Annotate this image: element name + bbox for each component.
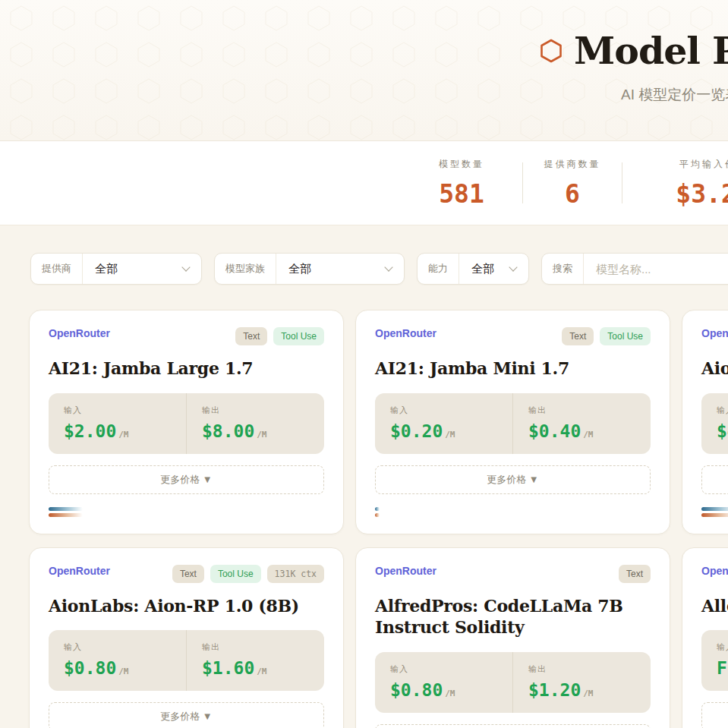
filter-bar: 提供商全部模型家族全部能力全部搜索 (0, 225, 728, 285)
chevron-down-icon (181, 263, 190, 271)
card-header: OpenRouter TextTool Use131K ctx (49, 565, 324, 583)
input-price-value: $0.80 (64, 658, 116, 678)
input-price-value: $0.20 (390, 421, 443, 441)
filter-label: 能力 (418, 262, 459, 276)
capability-badge: Text (619, 565, 651, 583)
provider-link[interactable]: OpenRouter (701, 565, 728, 577)
input-price-cell: 输入 $0.80 /M (375, 652, 512, 713)
usage-bars (375, 507, 651, 517)
more-prices-button[interactable]: 更多价格 ▼ (701, 465, 728, 494)
chevron-down-icon (384, 263, 392, 271)
input-price-unit: /M (445, 689, 455, 698)
badge-group: Text (619, 565, 651, 583)
capability-badge: 131K ctx (267, 565, 324, 583)
more-prices-button[interactable]: 更多价格 ▼ (49, 465, 324, 494)
output-price-cell: 输出 $1.60 /M (186, 630, 324, 691)
model-card: OpenRouter TextTool Use AionLabs: Aion-1… (682, 310, 728, 534)
model-name: AI21: Jamba Mini 1.7 (375, 358, 651, 380)
stat-item: 模型数量 581 (416, 158, 507, 209)
capability-filter[interactable]: 能力全部 (417, 253, 529, 285)
search-filter[interactable]: 搜索 (541, 253, 728, 285)
usage-bars (49, 507, 324, 517)
stat-value: $3.25 (676, 179, 728, 209)
cards-grid: OpenRouter TextTool Use AI21: Jamba Larg… (0, 310, 728, 728)
stat-item: 提供商数量 6 (538, 158, 607, 209)
filter-label: 搜索 (542, 262, 583, 276)
output-price-value: $1.20 (528, 680, 581, 700)
input-price-cell: 输入 $0.20 /M (375, 393, 512, 454)
page-background: { "theme": { "accent_orange": "#ca5a29",… (0, 0, 728, 728)
output-price-label: 输出 (528, 405, 635, 416)
price-box: 输入 Free 输出 Free (701, 630, 728, 691)
capability-badge: Text (235, 327, 267, 345)
more-prices-button[interactable]: 更多价格 ▼ (375, 465, 651, 494)
stat-divider (622, 162, 622, 203)
usage-bar-blue (49, 507, 83, 511)
input-price-label: 输入 (64, 405, 171, 416)
card-header: OpenRouter TextTool Use (49, 327, 324, 345)
model-name: AllenAI: Olmo 2 32B Instruct (701, 595, 728, 617)
usage-bar-orange (49, 513, 83, 517)
more-prices-button[interactable]: 更多价格 ▼ (49, 702, 324, 728)
input-price-value: $4.00 (717, 421, 728, 441)
price-box: 输入 $0.80 /M 输出 $1.60 /M (49, 630, 324, 691)
provider-link[interactable]: OpenRouter (701, 327, 728, 339)
usage-bar-blue (375, 507, 380, 511)
filter-selected-value: 全部 (276, 262, 383, 276)
capability-badge: Tool Use (600, 327, 651, 345)
stat-label: 平均输入价格 (679, 158, 728, 171)
provider-filter[interactable]: 提供商全部 (30, 253, 202, 285)
stat-item: 平均输入价格 $3.25 (638, 158, 728, 209)
chevron-down-icon (509, 263, 517, 271)
output-price-value: $8.00 (202, 421, 254, 441)
model-name: AI21: Jamba Large 1.7 (49, 358, 324, 380)
family-filter[interactable]: 模型家族全部 (214, 253, 405, 285)
input-price-label: 输入 (717, 641, 728, 653)
input-price-unit: /M (445, 430, 455, 440)
filter-label: 模型家族 (215, 262, 276, 276)
output-price-cell: 输出 $8.00 /M (186, 393, 324, 454)
usage-bar-blue (701, 507, 728, 511)
input-price-label: 输入 (64, 641, 171, 653)
output-price-label: 输出 (202, 405, 309, 416)
capability-badge: Text (172, 565, 204, 583)
stat-value: 6 (565, 179, 580, 209)
model-card: OpenRouter Text AlfredPros: CodeLLaMa 7B… (355, 547, 670, 728)
provider-link[interactable]: OpenRouter (375, 565, 436, 577)
badge-group: TextTool Use131K ctx (172, 565, 324, 583)
provider-link[interactable]: OpenRouter (49, 327, 110, 339)
filter-selected-value: 全部 (459, 262, 507, 276)
more-prices-button[interactable]: 更多价格 ▼ (375, 724, 651, 728)
usage-bars (701, 507, 728, 517)
input-price-unit: /M (118, 430, 128, 440)
input-price-value: $2.00 (64, 421, 116, 441)
stat-value: 581 (439, 179, 484, 209)
price-box: 输入 $2.00 /M 输出 $8.00 /M (49, 393, 324, 454)
provider-link[interactable]: OpenRouter (375, 327, 436, 339)
hero-section: Model Pricing AI 模型定价一览表 (0, 0, 728, 141)
output-price-cell: 输出 $1.20 /M (512, 652, 651, 713)
stats-row: 模型数量 581 提供商数量 6 平均输入价格 $3.25 (416, 141, 728, 225)
output-price-unit: /M (583, 689, 593, 698)
filter-label: 提供商 (31, 262, 82, 276)
card-header: OpenRouter TextTool Use (701, 327, 728, 345)
card-header: OpenRouter Text (375, 565, 651, 583)
more-prices-button[interactable]: 更多价格 ▼ (701, 702, 728, 728)
capability-badge: Text (562, 327, 594, 345)
output-price-unit: /M (257, 667, 266, 676)
hexagon-icon (540, 38, 563, 64)
search-input[interactable] (584, 263, 728, 276)
model-card: OpenRouter TextTool Use AI21: Jamba Mini… (355, 310, 670, 534)
badge-group: TextTool Use (235, 327, 324, 345)
capability-badge: Tool Use (273, 327, 324, 345)
output-price-label: 输出 (202, 641, 309, 653)
model-name: AionLabs: Aion-RP 1.0 (8B) (49, 595, 324, 617)
input-price-cell: 输入 $2.00 /M (49, 393, 186, 454)
page-subtitle: AI 模型定价一览表 (540, 85, 728, 105)
output-price-value: $0.40 (528, 421, 581, 441)
stat-label: 模型数量 (439, 158, 484, 171)
model-card: OpenRouter Text AllenAI: Olmo 2 32B Inst… (682, 547, 728, 728)
stat-label: 提供商数量 (544, 158, 601, 171)
input-price-cell: 输入 $4.00 /M (701, 393, 728, 454)
provider-link[interactable]: OpenRouter (49, 565, 110, 577)
